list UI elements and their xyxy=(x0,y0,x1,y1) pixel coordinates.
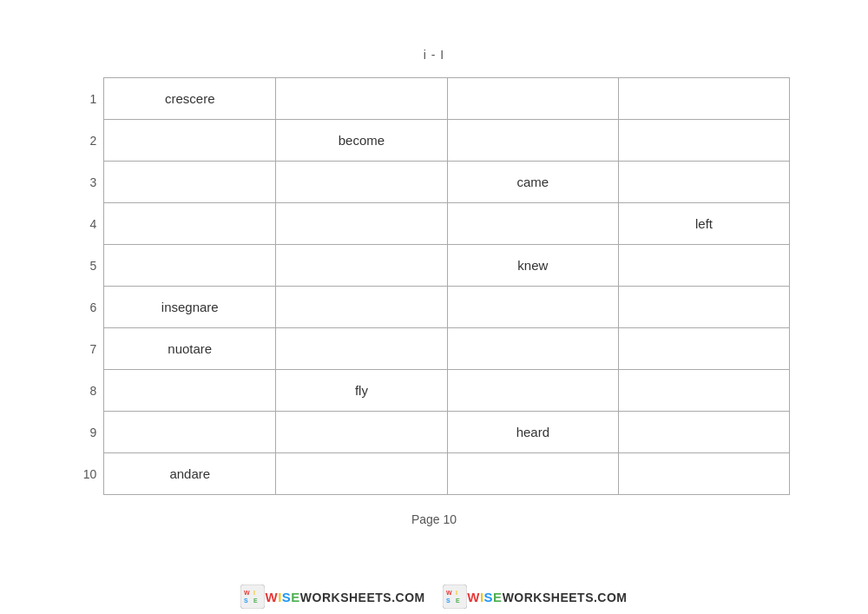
table-cell-col4 xyxy=(618,78,789,120)
svg-text:S: S xyxy=(446,597,450,604)
table-row: 10andare xyxy=(78,453,790,495)
table-row: 2become xyxy=(78,120,790,162)
footer-page-label: Page 10 xyxy=(411,512,457,526)
table-cell-col4 xyxy=(618,453,789,495)
table-cell-col3 xyxy=(447,120,618,162)
table-cell-col1 xyxy=(104,203,276,245)
table-cell-col4 xyxy=(618,370,789,412)
row-number: 2 xyxy=(78,120,104,162)
brand-logo-right: W S I E xyxy=(443,584,467,609)
table-cell-col4 xyxy=(618,245,789,287)
table-cell-col2: become xyxy=(276,120,448,162)
table-cell-col2 xyxy=(276,245,448,287)
table-cell-col2 xyxy=(276,412,448,453)
brand-right: W S I E WISEWORKSHEETS.COM xyxy=(443,584,627,609)
row-number: 4 xyxy=(78,203,104,245)
table-cell-col1: andare xyxy=(104,453,276,495)
table-row: 6insegnare xyxy=(78,287,790,328)
table-cell-col3 xyxy=(447,328,618,370)
row-number: 8 xyxy=(78,370,104,412)
brand-left: W S I E WISEWORKSHEETS.COM xyxy=(240,584,424,609)
svg-rect-5 xyxy=(443,584,467,609)
table-cell-col3 xyxy=(447,203,618,245)
table-cell-col3 xyxy=(447,287,618,328)
table-cell-col3 xyxy=(447,370,618,412)
svg-text:I: I xyxy=(253,590,255,596)
svg-text:E: E xyxy=(253,597,258,604)
svg-text:W: W xyxy=(446,590,452,596)
table-cell-col3 xyxy=(447,78,618,120)
svg-rect-0 xyxy=(240,584,265,609)
worksheet-table: 1crescere2become3came4left5knew6insegnar… xyxy=(78,77,790,495)
table-wrapper: 1crescere2become3came4left5knew6insegnar… xyxy=(78,77,790,495)
table-cell-col4: left xyxy=(618,203,789,245)
table-cell-col1: crescere xyxy=(104,78,276,120)
table-cell-col2 xyxy=(276,78,448,120)
svg-text:E: E xyxy=(456,597,460,604)
brand-url-left: WISEWORKSHEETS.COM xyxy=(265,590,424,604)
table-cell-col3: heard xyxy=(447,412,618,453)
table-row: 7nuotare xyxy=(78,328,790,370)
table-cell-col4 xyxy=(618,162,789,203)
table-row: 3came xyxy=(78,162,790,203)
table-row: 1crescere xyxy=(78,78,790,120)
row-number: 5 xyxy=(78,245,104,287)
row-number: 9 xyxy=(78,412,104,453)
svg-text:S: S xyxy=(244,597,248,604)
svg-text:W: W xyxy=(244,590,250,596)
brand-url-right: WISEWORKSHEETS.COM xyxy=(467,590,627,604)
watermark-bar: W S I E WISEWORKSHEETS.COM W S I E WISEW… xyxy=(0,579,868,614)
row-number: 1 xyxy=(78,78,104,120)
table-cell-col1: insegnare xyxy=(104,287,276,328)
row-number: 10 xyxy=(78,453,104,495)
table-row: 5knew xyxy=(78,245,790,287)
table-cell-col4 xyxy=(618,328,789,370)
table-cell-col1 xyxy=(104,245,276,287)
table-cell-col1: nuotare xyxy=(104,328,276,370)
table-cell-col4 xyxy=(618,412,789,453)
table-cell-col3: knew xyxy=(447,245,618,287)
table-cell-col2 xyxy=(276,203,448,245)
row-number: 7 xyxy=(78,328,104,370)
table-row: 4left xyxy=(78,203,790,245)
table-cell-col1 xyxy=(104,412,276,453)
table-cell-col2 xyxy=(276,162,448,203)
table-row: 9heard xyxy=(78,412,790,453)
table-cell-col1 xyxy=(104,162,276,203)
table-cell-col1 xyxy=(104,370,276,412)
svg-text:I: I xyxy=(456,590,457,596)
table-row: 8fly xyxy=(78,370,790,412)
table-cell-col2 xyxy=(276,328,448,370)
table-cell-col4 xyxy=(618,287,789,328)
table-cell-col3 xyxy=(447,453,618,495)
row-number: 6 xyxy=(78,287,104,328)
table-cell-col2 xyxy=(276,453,448,495)
row-number: 3 xyxy=(78,162,104,203)
page-title: i - I xyxy=(424,48,444,62)
table-cell-col2: fly xyxy=(276,370,448,412)
table-cell-col4 xyxy=(618,120,789,162)
table-cell-col1 xyxy=(104,120,276,162)
table-cell-col2 xyxy=(276,287,448,328)
table-cell-col3: came xyxy=(447,162,618,203)
brand-logo-left: W S I E xyxy=(240,584,265,609)
